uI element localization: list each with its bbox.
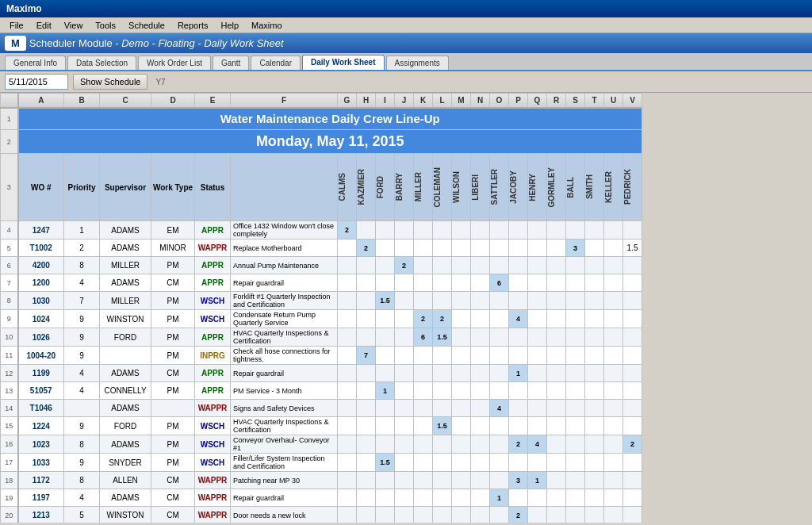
table-row: 16 1023 8 ADAMS PM WSCH Conveyor Overhau… [1,435,642,454]
header-coleman: COLEMAN [433,154,452,221]
table-row: 17 1033 9 SNYDER PM WSCH Filler/Lifer Sy… [1,454,642,472]
menu-maximo[interactable]: Maximo [245,19,289,32]
tab-bar: General Info Data Selection Work Order L… [0,53,812,71]
col-header-q: Q [528,94,547,108]
tab-work-order-list[interactable]: Work Order List [138,56,211,70]
tab-calendar[interactable]: Calendar [251,56,301,70]
col-header-t: T [585,94,604,108]
header-wo: WO # [18,154,64,221]
show-schedule-button[interactable]: Show Schedule [73,74,147,90]
header-pedrick: PEDRICK [623,154,642,221]
col-labels-row: 3 WO # Priority Supervisor Work Type Sta… [1,154,642,221]
col-header-i: I [376,94,395,108]
header-gormley: GORMLEY [547,154,566,221]
header-jacoby: JACOBY [509,154,528,221]
col-header-e: E [195,94,231,108]
table-row: 14 T1046 ADAMS WAPPR Signs and Safety De… [1,400,642,417]
col-header-s: S [566,94,585,108]
table-row: 9 1024 9 WINSTON PM WSCH Condensate Retu… [1,310,642,328]
table-row: 6 4200 8 MILLER PM APPR Annual Pump Main… [1,257,642,274]
table-row: 15 1224 9 FORD PM WSCH HVAC Quarterly In… [1,417,642,435]
control-bar: Show Schedule Y7 [0,71,812,93]
header-priority: Priority [64,154,100,221]
table-row: 11 1004-20 9 PM INPRG Check all hose con… [1,347,642,365]
table-row: 19 1197 4 ADAMS CM WAPPR Repair guardrai… [1,489,642,507]
col-header-c: C [100,94,151,108]
menu-help[interactable]: Help [214,19,245,32]
table-row: 12 1199 4 ADAMS CM APPR Repair guardrail… [1,365,642,382]
col-header-n: N [471,94,490,108]
header-smith: SMITH [585,154,604,221]
tab-assignments[interactable]: Assignments [386,56,449,70]
tab-daily-work-sheet[interactable]: Daily Work Sheet [302,55,385,70]
col-header-rownum [1,94,18,108]
col-header-v: V [623,94,642,108]
header-ford: FORD [376,154,395,221]
sheet-title-2: Monday, May 11, 2015 [18,130,642,154]
table-row: 13 51057 4 CONNELLY PM APPR PM Service -… [1,382,642,400]
col-header-a: A [18,94,64,108]
header-barry: BARRY [395,154,414,221]
menu-schedule[interactable]: Schedule [122,19,171,32]
col-header-d: D [151,94,195,108]
header-liberi: LIBERI [471,154,490,221]
rownum-2: 2 [1,130,18,154]
header-work-type: Work Type [151,154,195,221]
table-row: 5 T1002 2 ADAMS MINOR WAPPR Replace Moth… [1,240,642,257]
col-header-m: M [452,94,471,108]
table-row: 20 1213 5 WINSTON CM WAPPR Door needs a … [1,507,642,523]
col-header-f: F [231,94,338,108]
header-miller: MILLER [414,154,433,221]
table-row: 8 1030 7 MILLER PM WSCH Forklift #1 Quar… [1,292,642,310]
col-header-j: J [395,94,414,108]
header-keller: KELLER [604,154,623,221]
sheet-title-1: Water Maintenance Daily Crew Line-Up [18,108,642,130]
col-header-l: L [433,94,452,108]
col-header-u: U [604,94,623,108]
col-header-r: R [547,94,566,108]
col-header-k: K [414,94,433,108]
table-row: 4 1247 1 ADAMS EM APPR Office 1432 Windo… [1,221,642,240]
header-sattler: SATTLER [490,154,509,221]
col-header-h: H [357,94,376,108]
rownum-3: 3 [1,154,18,221]
date-input[interactable] [5,74,68,90]
title-row-2: 2 Monday, May 11, 2015 [1,130,642,154]
title-row-1: 1 Water Maintenance Daily Crew Line-Up [1,108,642,130]
rownum-1: 1 [1,108,18,130]
header-supervisor: Supervisor [100,154,151,221]
col-header-o: O [490,94,509,108]
table-row: 10 1026 9 FORD PM APPR HVAC Quarterly In… [1,328,642,347]
header-desc [231,154,338,221]
header-ball: BALL [566,154,585,221]
module-logo: M [5,36,26,51]
menu-reports[interactable]: Reports [171,19,215,32]
app-title: Maximo [6,3,42,14]
header-wilson: WILSON [452,154,471,221]
menu-edit[interactable]: Edit [30,19,58,32]
menu-file[interactable]: File [3,19,30,32]
main-toolbar: M Scheduler Module - Demo - Floating - D… [0,33,812,53]
col-header-p: P [509,94,528,108]
header-henry: HENRY [528,154,547,221]
tab-general-info[interactable]: General Info [5,56,66,70]
cell-ref: Y7 [155,78,165,86]
title-bar: Maximo [0,0,812,17]
table-row: 18 1172 8 ALLEN CM WAPPR Patching near M… [1,472,642,489]
spreadsheet: A B C D E F G H I J K L M N O P Q R S T [0,93,812,523]
menu-tools[interactable]: Tools [89,19,122,32]
header-calms: CALMS [338,154,357,221]
menu-view[interactable]: View [58,19,90,32]
header-status: Status [195,154,231,221]
col-header-b: B [64,94,100,108]
tab-data-selection[interactable]: Data Selection [67,56,136,70]
table-row: 7 1200 4 ADAMS CM APPR Repair guardrail … [1,274,642,292]
col-header-g: G [338,94,357,108]
menu-bar: File Edit View Tools Schedule Reports He… [0,17,812,33]
header-kazmier: KAZMIER [357,154,376,221]
module-title: Scheduler Module - Demo - Floating - Dai… [29,37,807,49]
tab-gantt[interactable]: Gantt [213,56,249,70]
